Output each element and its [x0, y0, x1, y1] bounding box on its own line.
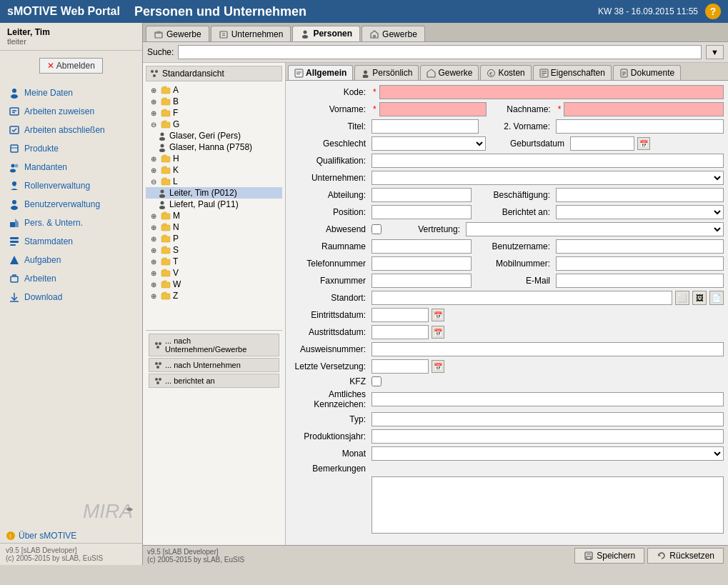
expand-B[interactable]: ⊕	[149, 96, 159, 106]
position-input[interactable]	[372, 205, 472, 219]
tree-item-K[interactable]: ⊕ K	[146, 164, 282, 176]
nav-item-benutzerverwaltung[interactable]: Benutzerverwaltung	[0, 195, 142, 214]
produktionsjahr-input[interactable]	[372, 429, 724, 444]
about-link[interactable]: ! Über sMOTIVE	[0, 529, 142, 543]
abwesend-checkbox[interactable]	[372, 224, 382, 234]
standort-input[interactable]	[372, 291, 672, 305]
vorname-input[interactable]	[379, 102, 487, 116]
raumname-row: Raumname Benutzername:	[290, 239, 724, 254]
nav-item-pers-untern[interactable]: Pers. & Untern.	[0, 214, 142, 232]
email-input[interactable]	[556, 274, 724, 288]
standort-expand-btn[interactable]: ⬜	[675, 291, 689, 305]
tree-item-G[interactable]: ⊖ G	[146, 119, 282, 130]
tab-personen[interactable]: Personen	[292, 26, 360, 41]
save-button[interactable]: Speichern	[574, 548, 644, 564]
tree-item-F[interactable]: ⊕ F	[146, 107, 282, 119]
nav-item-stammdaten[interactable]: Stammdaten	[0, 232, 142, 251]
ausweis-input[interactable]	[372, 342, 724, 356]
kennzeichen-input[interactable]	[372, 392, 724, 406]
austrittsdatum-calendar[interactable]: 📅	[432, 326, 444, 339]
tree-item-M[interactable]: ⊕ M	[146, 210, 282, 221]
action-nach-unternehmen-gewerbe[interactable]: ... nach Unternehmen/Gewerbe	[149, 334, 279, 356]
nav-item-aufgaben[interactable]: Aufgaben	[0, 251, 142, 269]
tree-item-T[interactable]: ⊕ T	[146, 256, 282, 267]
bemerkungen-textarea[interactable]	[372, 476, 724, 534]
search-button[interactable]: ▼	[706, 45, 724, 59]
nav-item-mandanten[interactable]: Mandanten	[0, 158, 142, 176]
logout-button[interactable]: Abmelden	[39, 58, 103, 74]
form-tab-eigenschaften[interactable]: Eigenschaften	[533, 65, 612, 80]
abteilung-input[interactable]	[372, 188, 472, 202]
unternehmen-select[interactable]	[372, 171, 724, 185]
form-tab-kosten[interactable]: € Kosten	[480, 65, 531, 80]
benutzername-input[interactable]	[556, 239, 724, 254]
nav-item-produkte[interactable]: Produkte	[0, 139, 142, 158]
form-tab-persoenlich[interactable]: Persönlich	[354, 65, 419, 80]
tree-item-V[interactable]: ⊕ V	[146, 267, 282, 279]
tree-item-glaser-geri[interactable]: Glaser, Geri (Pers)	[146, 130, 282, 141]
kfz-checkbox[interactable]	[372, 376, 382, 386]
fax-input[interactable]	[372, 274, 472, 288]
expand-L[interactable]: ⊖	[149, 176, 159, 186]
tab-unternehmen[interactable]: Unternehmen	[211, 26, 291, 41]
austrittsdatum-input[interactable]	[372, 325, 429, 339]
tab-gewerbe2[interactable]: Gewerbe	[361, 26, 425, 41]
telefon-input[interactable]	[372, 256, 472, 271]
box-icon	[9, 143, 20, 154]
vertretung-select[interactable]	[466, 222, 724, 236]
action-nach-unternehmen[interactable]: ... nach Unternehmen	[149, 358, 279, 372]
tree-item-P[interactable]: ⊕ P	[146, 233, 282, 244]
nav-item-download[interactable]: Download	[0, 288, 142, 306]
vorname2-input[interactable]	[556, 119, 724, 134]
tree-item-S[interactable]: ⊕ S	[146, 244, 282, 256]
form-tab-dokumente[interactable]: Dokumente	[613, 65, 681, 80]
eintrittsdatum-input[interactable]	[372, 308, 429, 322]
form-tab-gewerke[interactable]: Gewerke	[420, 65, 479, 80]
mobil-input[interactable]	[556, 256, 724, 271]
expand-F[interactable]: ⊕	[149, 108, 159, 118]
monat-select[interactable]	[372, 446, 724, 461]
nav-label: Pers. & Untern.	[24, 218, 83, 228]
tab-gewerbe[interactable]: Gewerbe	[146, 26, 209, 41]
nav-item-meine-daten[interactable]: Meine Daten	[0, 84, 142, 102]
beschaeftigung-input[interactable]	[556, 188, 724, 202]
expand-H[interactable]: ⊕	[149, 154, 159, 164]
geschlecht-select[interactable]	[372, 136, 486, 151]
search-input[interactable]	[178, 45, 702, 59]
tree-item-B[interactable]: ⊕ B	[146, 96, 282, 107]
raumname-input[interactable]	[372, 239, 472, 254]
nav-item-arbeiten-zuweisen[interactable]: Arbeiten zuweisen	[0, 102, 142, 121]
tree-item-W[interactable]: ⊕ W	[146, 279, 282, 290]
tree-item-liefert-paul[interactable]: Liefert, Paul (P11)	[146, 199, 282, 210]
form-tab-allgemein[interactable]: Allgemein	[288, 65, 353, 80]
geburtsdatum-calendar[interactable]: 📅	[637, 137, 650, 150]
tree-item-glaser-hanna[interactable]: Glaser, Hanna (P758)	[146, 141, 282, 153]
expand-A[interactable]: ⊕	[149, 85, 159, 95]
kode-input[interactable]	[379, 85, 724, 99]
action-berichtet-an[interactable]: ... berichtet an	[149, 374, 279, 388]
nav-item-rollenverwaltung[interactable]: Rollenverwaltung	[0, 176, 142, 195]
berichtet-an-select[interactable]	[556, 205, 724, 219]
tree-item-H[interactable]: ⊕ H	[146, 153, 282, 164]
titel-input[interactable]	[372, 119, 479, 134]
typ-input[interactable]	[372, 412, 724, 426]
qualifikation-input[interactable]	[372, 154, 724, 168]
versetzung-input[interactable]	[372, 359, 429, 374]
tree-item-L[interactable]: ⊖ L	[146, 176, 282, 187]
tree-item-N[interactable]: ⊕ N	[146, 221, 282, 233]
nav-item-arbeiten-abschliessen[interactable]: Arbeiten abschließen	[0, 121, 142, 139]
reset-button[interactable]: Rücksetzen	[647, 548, 724, 564]
tree-item-leiter-tim[interactable]: Leiter, Tim (P012)	[146, 187, 282, 199]
standort-image-btn[interactable]: 🖼	[692, 291, 707, 305]
versetzung-calendar[interactable]: 📅	[432, 360, 444, 373]
nav-item-arbeiten[interactable]: Arbeiten	[0, 269, 142, 288]
geburtsdatum-input[interactable]	[570, 136, 634, 151]
expand-K[interactable]: ⊕	[149, 165, 159, 175]
eintrittsdatum-calendar[interactable]: 📅	[432, 309, 444, 321]
expand-G[interactable]: ⊖	[149, 119, 159, 129]
help-button[interactable]: ?	[705, 4, 721, 19]
nachname-input[interactable]	[564, 102, 724, 116]
tree-item-Z[interactable]: ⊕ Z	[146, 290, 282, 301]
tree-item-A[interactable]: ⊕ A	[146, 84, 282, 96]
standort-doc-btn[interactable]: 📄	[709, 291, 724, 305]
